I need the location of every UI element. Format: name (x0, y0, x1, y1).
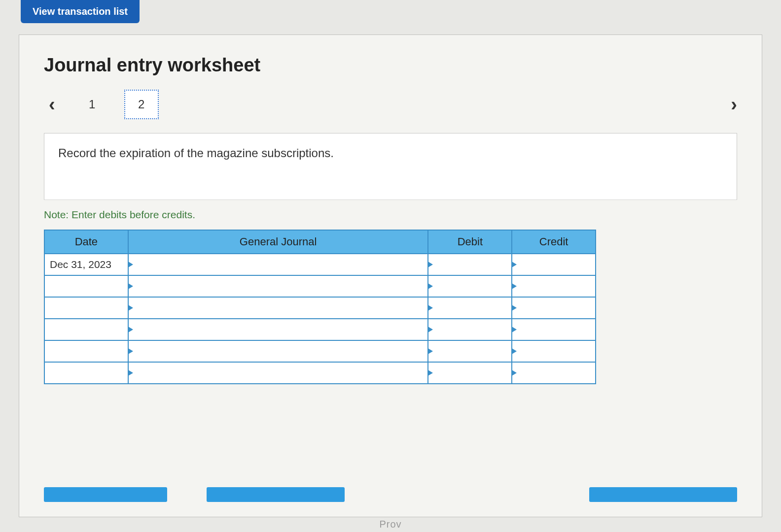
table-row (44, 297, 596, 319)
cell-general-journal[interactable] (128, 340, 428, 362)
action-button-2[interactable] (207, 487, 345, 502)
cell-credit[interactable] (512, 275, 596, 297)
chevron-left-icon[interactable]: ‹ (44, 94, 60, 115)
cell-debit[interactable] (428, 362, 512, 384)
dropdown-icon (512, 262, 517, 267)
dropdown-icon (428, 370, 433, 376)
cell-general-journal[interactable] (128, 275, 428, 297)
cell-date[interactable] (44, 297, 128, 319)
dropdown-icon (512, 305, 517, 311)
worksheet-panel: Journal entry worksheet ‹ 1 2 › Record t… (19, 34, 762, 517)
dropdown-icon (128, 283, 133, 289)
instruction-box: Record the expiration of the magazine su… (44, 133, 737, 200)
dropdown-icon (128, 262, 133, 267)
pager-item-1[interactable]: 1 (75, 90, 109, 119)
pager: ‹ 1 2 › (44, 90, 737, 119)
action-button-1[interactable] (44, 487, 167, 502)
cell-date[interactable] (44, 319, 128, 340)
cell-general-journal[interactable] (128, 297, 428, 319)
cell-general-journal[interactable] (128, 254, 428, 275)
table-row (44, 275, 596, 297)
dropdown-icon (512, 327, 517, 332)
cell-debit[interactable] (428, 254, 512, 275)
cell-date[interactable] (44, 275, 128, 297)
col-header-debit: Debit (428, 230, 512, 254)
dropdown-icon (512, 283, 517, 289)
action-button-3[interactable] (589, 487, 737, 502)
dropdown-icon (428, 348, 433, 354)
cell-debit[interactable] (428, 275, 512, 297)
dropdown-icon (428, 305, 433, 311)
journal-table: Date General Journal Debit Credit Dec 31… (44, 230, 596, 384)
col-header-credit: Credit (512, 230, 596, 254)
cell-general-journal[interactable] (128, 362, 428, 384)
col-header-general-journal: General Journal (128, 230, 428, 254)
cell-credit[interactable] (512, 340, 596, 362)
footer-text: Prov (0, 519, 781, 530)
cell-general-journal[interactable] (128, 319, 428, 340)
dropdown-icon (128, 327, 133, 332)
cell-credit[interactable] (512, 297, 596, 319)
table-row (44, 319, 596, 340)
note-text: Note: Enter debits before credits. (44, 209, 737, 221)
table-row: Dec 31, 2023 (44, 254, 596, 275)
table-row (44, 362, 596, 384)
col-header-date: Date (44, 230, 128, 254)
cell-credit[interactable] (512, 254, 596, 275)
cell-date[interactable] (44, 340, 128, 362)
cell-credit[interactable] (512, 362, 596, 384)
cell-credit[interactable] (512, 319, 596, 340)
dropdown-icon (428, 262, 433, 267)
dropdown-icon (512, 348, 517, 354)
view-transaction-list-button[interactable]: View transaction list (21, 0, 140, 23)
dropdown-icon (512, 370, 517, 376)
chevron-right-icon[interactable]: › (726, 94, 742, 115)
dropdown-icon (128, 370, 133, 376)
pager-item-2[interactable]: 2 (124, 90, 159, 119)
cell-date[interactable]: Dec 31, 2023 (44, 254, 128, 275)
dropdown-icon (128, 348, 133, 354)
dropdown-icon (428, 327, 433, 332)
worksheet-heading: Journal entry worksheet (44, 55, 737, 76)
cell-debit[interactable] (428, 340, 512, 362)
bottom-button-bar (44, 487, 737, 502)
dropdown-icon (428, 283, 433, 289)
table-row (44, 340, 596, 362)
cell-date[interactable] (44, 362, 128, 384)
cell-debit[interactable] (428, 297, 512, 319)
dropdown-icon (128, 305, 133, 311)
cell-debit[interactable] (428, 319, 512, 340)
